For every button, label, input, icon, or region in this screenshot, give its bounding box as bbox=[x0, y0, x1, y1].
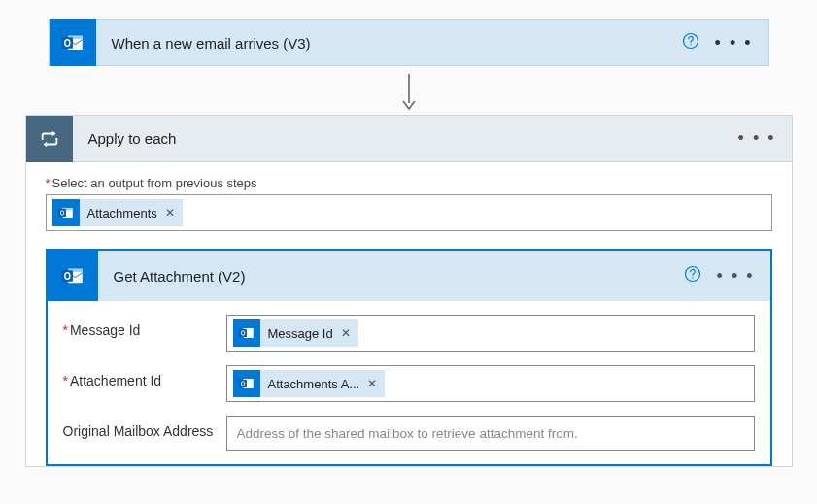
param-row-original-mailbox: Original Mailbox Address bbox=[63, 416, 755, 451]
outlook-icon bbox=[233, 370, 260, 397]
attachments-token[interactable]: Attachments ✕ bbox=[52, 199, 183, 226]
select-output-label: *Select an output from previous steps bbox=[46, 176, 772, 190]
outlook-icon bbox=[233, 319, 260, 347]
get-attachment-card: Get Attachment (V2) • • • *Message Id bbox=[46, 249, 772, 466]
token-remove-icon[interactable]: ✕ bbox=[341, 326, 351, 340]
flow-arrow bbox=[0, 74, 817, 111]
param-row-attachment-id: *Attachement Id bbox=[63, 365, 755, 402]
select-output-input[interactable]: Attachments ✕ bbox=[46, 194, 772, 231]
outlook-connector-icon bbox=[60, 30, 85, 55]
token-remove-icon[interactable]: ✕ bbox=[165, 206, 175, 219]
loop-icon bbox=[26, 116, 73, 162]
token-label: Attachments A... bbox=[268, 377, 360, 391]
svg-point-5 bbox=[690, 44, 691, 45]
original-mailbox-label: Original Mailbox Address bbox=[63, 416, 226, 439]
token-label: Attachments bbox=[87, 206, 157, 220]
svg-rect-21 bbox=[239, 380, 247, 387]
outlook-icon bbox=[50, 19, 96, 66]
svg-rect-18 bbox=[239, 329, 247, 337]
original-mailbox-input[interactable] bbox=[226, 416, 755, 451]
apply-to-each-header[interactable]: Apply to each • • • bbox=[26, 116, 792, 162]
help-icon[interactable] bbox=[676, 265, 709, 286]
more-icon[interactable]: • • • bbox=[709, 266, 770, 286]
message-id-label: *Message Id bbox=[63, 315, 226, 338]
attachment-id-input[interactable]: Attachments A... ✕ bbox=[226, 365, 755, 402]
more-icon[interactable]: • • • bbox=[731, 128, 792, 149]
apply-to-each-title: Apply to each bbox=[73, 130, 731, 147]
get-attachment-header[interactable]: Get Attachment (V2) • • • bbox=[48, 251, 770, 301]
trigger-card[interactable]: When a new email arrives (V3) • • • bbox=[49, 19, 769, 66]
svg-point-16 bbox=[692, 277, 693, 278]
help-icon[interactable] bbox=[674, 32, 707, 53]
param-row-message-id: *Message Id bbox=[63, 315, 755, 352]
select-output-label-text: Select an output from previous steps bbox=[52, 176, 257, 190]
attachment-id-label-text: Attachement Id bbox=[70, 373, 161, 388]
token-remove-icon[interactable]: ✕ bbox=[367, 377, 377, 390]
attachment-id-label: *Attachement Id bbox=[63, 365, 226, 388]
message-id-label-text: Message Id bbox=[70, 322, 140, 338]
trigger-title: When a new email arrives (V3) bbox=[96, 35, 674, 51]
message-id-token[interactable]: Message Id ✕ bbox=[233, 319, 358, 347]
more-icon[interactable]: • • • bbox=[707, 38, 768, 48]
svg-rect-9 bbox=[58, 209, 66, 217]
token-label: Message Id bbox=[268, 326, 333, 341]
outlook-icon bbox=[52, 199, 80, 226]
message-id-input[interactable]: Message Id ✕ bbox=[226, 315, 755, 352]
outlook-icon bbox=[48, 251, 98, 301]
get-attachment-title: Get Attachment (V2) bbox=[98, 268, 676, 285]
attachment-id-token[interactable]: Attachments A... ✕ bbox=[233, 370, 386, 397]
apply-to-each-card: Apply to each • • • *Select an output fr… bbox=[25, 115, 793, 467]
